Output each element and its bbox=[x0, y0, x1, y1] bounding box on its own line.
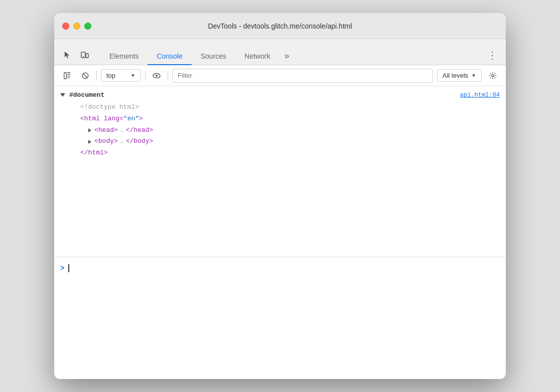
filter-input[interactable] bbox=[178, 72, 428, 79]
tab-bar-right: ⋮ bbox=[485, 48, 500, 65]
svg-rect-3 bbox=[64, 72, 66, 78]
traffic-lights bbox=[62, 23, 91, 30]
sidebar-toggle-icon bbox=[63, 72, 71, 80]
clear-console-button[interactable] bbox=[60, 69, 74, 83]
tab-network[interactable]: Network bbox=[235, 48, 279, 65]
context-selector[interactable]: top ▼ bbox=[101, 69, 141, 82]
toolbar-divider-3 bbox=[168, 71, 168, 81]
inspect-element-button[interactable] bbox=[60, 48, 75, 63]
devtools-menu-button[interactable]: ⋮ bbox=[485, 48, 500, 63]
device-icon bbox=[80, 51, 89, 60]
close-button[interactable] bbox=[62, 23, 69, 30]
ban-icon-button[interactable] bbox=[78, 69, 92, 83]
title-bar: DevTools - devtools.glitch.me/console/ap… bbox=[54, 13, 506, 39]
console-content: #document api.html:84 <!doctype html> <h… bbox=[54, 86, 506, 257]
cursor-icon bbox=[63, 51, 72, 60]
body-expand-icon bbox=[88, 140, 91, 144]
tab-bar: Elements Console Sources Network » ⋮ bbox=[54, 39, 506, 65]
document-left: #document bbox=[60, 91, 104, 99]
head-line[interactable]: <head>…</head> bbox=[54, 125, 506, 136]
toolbar-divider-2 bbox=[145, 71, 146, 81]
body-line[interactable]: <body>…</body> bbox=[54, 136, 506, 147]
svg-point-12 bbox=[492, 74, 494, 76]
doctype-line: <!doctype html> bbox=[54, 102, 506, 113]
tab-console[interactable]: Console bbox=[148, 48, 191, 65]
clear-icon bbox=[81, 72, 89, 80]
eye-button[interactable] bbox=[150, 69, 164, 83]
expand-triangle-icon bbox=[60, 93, 65, 97]
html-open-line: <html lang="en"> bbox=[54, 113, 506, 125]
devtools-window: DevTools - devtools.glitch.me/console/ap… bbox=[54, 13, 506, 379]
toolbar-divider-1 bbox=[96, 71, 97, 81]
console-input-area[interactable]: > bbox=[54, 257, 506, 279]
console-cursor bbox=[68, 264, 69, 272]
maximize-button[interactable] bbox=[84, 23, 91, 30]
head-expand-icon bbox=[88, 128, 91, 132]
svg-point-11 bbox=[156, 75, 158, 77]
svg-rect-1 bbox=[86, 54, 88, 58]
console-prompt-icon: > bbox=[60, 264, 64, 272]
level-selector[interactable]: All levels ▼ bbox=[437, 69, 482, 82]
html-close-line: </html> bbox=[54, 147, 506, 159]
settings-button[interactable] bbox=[486, 69, 500, 83]
level-chevron-icon: ▼ bbox=[471, 73, 476, 78]
console-empty-space bbox=[54, 279, 506, 379]
context-chevron-icon: ▼ bbox=[130, 73, 135, 78]
window-title: DevTools - devtools.glitch.me/console/ap… bbox=[208, 22, 352, 30]
dom-tree: <!doctype html> <html lang="en"> <head>…… bbox=[54, 100, 506, 161]
console-toolbar: top ▼ All levels ▼ bbox=[54, 65, 506, 86]
svg-line-9 bbox=[83, 73, 88, 78]
more-tabs-button[interactable]: » bbox=[279, 47, 294, 65]
minimize-button[interactable] bbox=[73, 23, 80, 30]
device-toggle-button[interactable] bbox=[77, 48, 92, 63]
eye-icon bbox=[152, 71, 161, 80]
filter-input-wrapper[interactable] bbox=[172, 69, 433, 83]
tab-sources[interactable]: Sources bbox=[192, 48, 235, 65]
document-entry[interactable]: #document api.html:84 bbox=[54, 90, 506, 100]
tab-elements[interactable]: Elements bbox=[100, 48, 148, 65]
gear-icon bbox=[489, 72, 497, 80]
tab-bar-icons bbox=[60, 48, 92, 65]
